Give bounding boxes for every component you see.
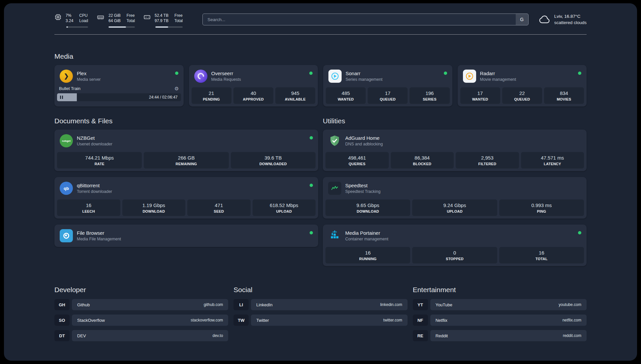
disk-total-value: 97.9 TB bbox=[155, 18, 168, 24]
app-desc: Media Requests bbox=[211, 77, 241, 82]
bookmark-abbr: NF bbox=[413, 315, 428, 326]
memory-progress-bar bbox=[108, 26, 135, 28]
bookmark-abbr: LI bbox=[233, 299, 249, 310]
topbar-divider bbox=[54, 34, 587, 35]
speedtest-icon bbox=[328, 182, 341, 195]
stat-tile: 196 SERIES bbox=[410, 87, 449, 104]
filebrowser-icon bbox=[60, 229, 73, 242]
adguard-icon bbox=[328, 134, 341, 147]
app-name: File Browser bbox=[77, 230, 121, 236]
bookmark-url: netflix.com bbox=[563, 318, 581, 322]
bookmark-stackoverflow[interactable]: SO StackOverflow stackoverflow.com bbox=[54, 315, 228, 326]
weather-location: Lviv, 16.87°C bbox=[554, 14, 587, 20]
app-name: Plex bbox=[77, 71, 101, 76]
bookmark-linkedin[interactable]: LI LinkedIn linkedin.com bbox=[233, 299, 407, 310]
disk-widget: 52.4 TB 97.9 TB Free Total bbox=[143, 13, 183, 28]
pause-icon[interactable] bbox=[60, 96, 63, 99]
app-card-filebrowser[interactable]: File Browser Media File Management bbox=[54, 225, 318, 247]
bookmark-netflix[interactable]: NF Netflix netflix.com bbox=[413, 315, 587, 326]
stat-tile: 471 SEED bbox=[187, 199, 251, 216]
bookmark-url: youtube.com bbox=[559, 302, 581, 307]
app-card-nzbget[interactable]: nzbget NZBGet Usenet downloader 744.21 M… bbox=[54, 130, 318, 171]
stat-tile: 22 QUEUED bbox=[502, 87, 542, 104]
disk-progress-bar bbox=[155, 26, 183, 28]
stat-tile: 16 RUNNING bbox=[325, 247, 410, 263]
overseerr-icon bbox=[194, 70, 207, 83]
app-card-qbittorrent[interactable]: qb qBittorrent Torrent downloader 16 LEE… bbox=[54, 177, 318, 219]
stat-tile: 9.24 Gbps UPLOAD bbox=[412, 199, 497, 216]
sonarr-icon bbox=[328, 70, 342, 83]
app-card-radarr[interactable]: Radarr Movie management 17 WANTED 22 QUE… bbox=[458, 65, 587, 106]
stat-tile: 834 MOVIES bbox=[544, 87, 584, 104]
bookmark-name: YouTube bbox=[436, 302, 452, 307]
app-card-adguard[interactable]: AdGuard Home DNS and adblocking 498,461 … bbox=[323, 130, 587, 171]
status-dot bbox=[309, 72, 313, 75]
cpu-progress-bar bbox=[66, 26, 88, 28]
stat-tile: 945 AVAILABLE bbox=[275, 87, 315, 104]
bookmark-name: Netflix bbox=[436, 318, 447, 323]
bookmark-name: Github bbox=[77, 302, 90, 307]
app-desc: Media File Management bbox=[77, 237, 121, 241]
portainer-icon bbox=[328, 229, 341, 242]
app-desc: Media server bbox=[77, 77, 101, 82]
bookmark-url: dev.to bbox=[213, 333, 223, 338]
app-desc: Speedtest Tracking bbox=[345, 189, 381, 194]
cpu-load-value: 3.24 bbox=[66, 18, 73, 24]
app-name: Radarr bbox=[480, 71, 516, 76]
app-card-plex[interactable]: ❯ Plex Media server Bullet Train ⚙ bbox=[54, 65, 184, 106]
bookmark-twitter[interactable]: TW Twitter twitter.com bbox=[233, 315, 407, 326]
radarr-icon bbox=[463, 70, 476, 83]
bookmark-youtube[interactable]: YT YouTube youtube.com bbox=[413, 299, 587, 310]
search-input[interactable] bbox=[203, 14, 515, 25]
status-dot bbox=[578, 231, 581, 234]
status-dot bbox=[310, 231, 313, 234]
playback-progress-bar[interactable]: 24:44 / 02:06:47 bbox=[57, 93, 181, 101]
stat-tile: 9.65 Gbps DOWNLOAD bbox=[325, 199, 410, 216]
qbittorrent-icon: qb bbox=[60, 182, 73, 195]
section-title-social: Social bbox=[233, 286, 407, 294]
app-card-portainer[interactable]: Media Portainer Container management 16 … bbox=[323, 225, 587, 266]
settings-gear-icon[interactable]: ⚙ bbox=[174, 86, 179, 91]
stat-tile: 485 WANTED bbox=[326, 87, 366, 104]
bookmark-abbr: YT bbox=[413, 299, 428, 310]
search-provider-button[interactable]: G bbox=[516, 14, 528, 25]
stat-tile: 0 STOPPED bbox=[412, 247, 497, 263]
plex-icon: ❯ bbox=[60, 70, 73, 83]
bookmark-github[interactable]: GH Github github.com bbox=[54, 299, 228, 310]
bookmark-name: StackOverflow bbox=[77, 318, 105, 323]
playback-time: 24:44 / 02:06:47 bbox=[149, 95, 181, 100]
documents-column: Documents & Files nzbget NZBGet Usenet d… bbox=[54, 117, 318, 247]
stat-tile: 16 LEECH bbox=[57, 199, 120, 216]
memory-free-value: 22 GiB bbox=[108, 13, 121, 18]
app-card-speedtest[interactable]: Speedtest Speedtest Tracking 9.65 Gbps D… bbox=[323, 177, 587, 219]
stat-tile: 47.571 ms LATENCY bbox=[521, 152, 584, 168]
stat-tile: 1.19 Gbps DOWNLOAD bbox=[122, 199, 186, 216]
memory-widget: 22 GiB 64 GiB Free Total bbox=[97, 13, 135, 28]
disk-free-label: Free bbox=[174, 13, 183, 18]
bookmark-group-developer: Developer GH Github github.com SO StackO… bbox=[54, 286, 228, 341]
app-desc: Container management bbox=[345, 237, 388, 241]
bookmark-abbr: SO bbox=[54, 315, 70, 326]
app-name: Speedtest bbox=[345, 183, 381, 188]
app-card-overseerr[interactable]: Overseerr Media Requests 21 PENDING 40 A… bbox=[189, 65, 318, 106]
bookmark-name: DEV bbox=[77, 333, 86, 338]
memory-total-label: Total bbox=[127, 18, 135, 24]
stat-tile: 17 WANTED bbox=[460, 87, 500, 104]
stat-tile: 266 GB REMAINING bbox=[144, 152, 229, 168]
bookmark-group-entertainment: Entertainment YT YouTube youtube.com NF … bbox=[413, 286, 587, 341]
bookmark-name: Twitter bbox=[256, 318, 269, 323]
bookmark-reddit[interactable]: RE Reddit reddit.com bbox=[413, 330, 587, 341]
bookmark-dev[interactable]: DT DEV dev.to bbox=[54, 330, 228, 341]
cpu-widget: 7% 3.24 CPU Load bbox=[54, 13, 88, 28]
bookmark-url: linkedin.com bbox=[380, 302, 402, 307]
app-name: NZBGet bbox=[77, 135, 112, 141]
stat-tile: 2,953 FILTERED bbox=[456, 152, 519, 168]
bookmark-abbr: DT bbox=[54, 330, 70, 341]
app-desc: Torrent downloader bbox=[77, 189, 112, 194]
section-title-entertainment: Entertainment bbox=[413, 286, 587, 294]
status-dot bbox=[175, 72, 178, 75]
bookmark-url: reddit.com bbox=[563, 333, 581, 338]
weather-condition: scattered clouds bbox=[554, 20, 587, 26]
stat-tile: 16 TOTAL bbox=[499, 247, 584, 263]
app-card-sonarr[interactable]: Sonarr Series management 485 WANTED 17 Q… bbox=[323, 65, 452, 106]
